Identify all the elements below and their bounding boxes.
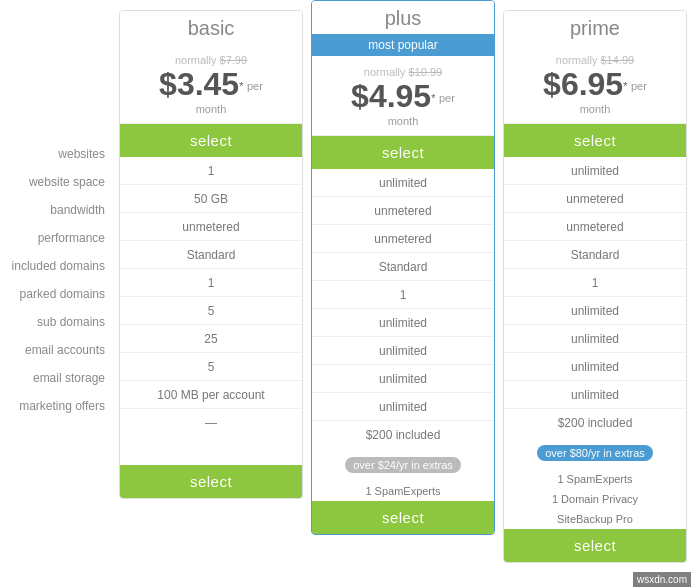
label-marketing-offers: marketing offers <box>0 392 115 420</box>
plan-basic: basic normally $7.99 $3.45* per month se… <box>119 10 303 499</box>
prime-performance: Standard <box>504 241 686 269</box>
label-email-storage: email storage <box>0 364 115 392</box>
plus-sub-domains: unlimited <box>312 337 494 365</box>
basic-month: month <box>120 103 302 115</box>
basic-email-storage: 100 MB per account <box>120 381 302 409</box>
prime-per: per <box>631 80 647 92</box>
prime-email-accounts: unlimited <box>504 353 686 381</box>
prime-month: month <box>504 103 686 115</box>
plus-per: per <box>439 92 455 104</box>
pricing-table: websites website space bandwidth perform… <box>0 0 691 563</box>
basic-price-suffix: * <box>239 80 243 92</box>
labels-column: websites website space bandwidth perform… <box>0 10 115 420</box>
prime-extras-badge: over $80/yr in extras <box>537 445 653 461</box>
basic-website-space: 50 GB <box>120 185 302 213</box>
prime-sub-domains: unlimited <box>504 325 686 353</box>
plus-email-accounts: unlimited <box>312 365 494 393</box>
plus-plan-title: plus <box>312 1 494 34</box>
plus-data: unlimited unmetered unmetered Standard 1… <box>312 169 494 449</box>
prime-normally: normally $14.99 <box>504 54 686 66</box>
plus-parked-domains: unlimited <box>312 309 494 337</box>
prime-parked-domains: unlimited <box>504 297 686 325</box>
basic-price-box: normally $7.99 $3.45* per month <box>120 44 302 124</box>
plus-email-storage: unlimited <box>312 393 494 421</box>
prime-websites: unlimited <box>504 157 686 185</box>
plan-prime: prime normally $14.99 $6.95* per month s… <box>503 10 687 563</box>
plus-extra-1: 1 SpamExperts <box>312 481 494 501</box>
label-parked-domains: parked domains <box>0 280 115 308</box>
plus-bandwidth: unmetered <box>312 225 494 253</box>
plus-price: $4.95 <box>351 78 431 114</box>
plus-select-bottom[interactable]: select <box>312 501 494 534</box>
plus-price-box: normally $10.99 $4.95* per month <box>312 56 494 136</box>
plus-websites: unlimited <box>312 169 494 197</box>
label-bandwidth: bandwidth <box>0 196 115 224</box>
basic-data: 1 50 GB unmetered Standard 1 5 25 5 100 … <box>120 157 302 437</box>
basic-included-domains: 1 <box>120 269 302 297</box>
label-included-domains: included domains <box>0 252 115 280</box>
prime-bandwidth: unmetered <box>504 213 686 241</box>
basic-select-top[interactable]: select <box>120 124 302 157</box>
label-sub-domains: sub domains <box>0 308 115 336</box>
prime-marketing: $200 included <box>504 409 686 437</box>
basic-plan-title: basic <box>120 11 302 44</box>
plus-extras-badge: over $24/yr in extras <box>345 457 461 473</box>
basic-email-accounts: 5 <box>120 353 302 381</box>
basic-marketing: — <box>120 409 302 437</box>
basic-bandwidth: unmetered <box>120 213 302 241</box>
prime-price-suffix: * <box>623 80 627 92</box>
basic-websites: 1 <box>120 157 302 185</box>
basic-sub-domains: 25 <box>120 325 302 353</box>
prime-price-box: normally $14.99 $6.95* per month <box>504 44 686 124</box>
prime-extra-3: SiteBackup Pro <box>504 509 686 529</box>
plus-price-suffix: * <box>431 92 435 104</box>
basic-select-bottom[interactable]: select <box>120 465 302 498</box>
prime-select-top[interactable]: select <box>504 124 686 157</box>
plus-select-top[interactable]: select <box>312 136 494 169</box>
prime-extra-2: 1 Domain Privacy <box>504 489 686 509</box>
label-website-space: website space <box>0 168 115 196</box>
basic-per: per <box>247 80 263 92</box>
basic-normally: normally $7.99 <box>120 54 302 66</box>
basic-parked-domains: 5 <box>120 297 302 325</box>
basic-performance: Standard <box>120 241 302 269</box>
plus-included-domains: 1 <box>312 281 494 309</box>
prime-email-storage: unlimited <box>504 381 686 409</box>
label-websites: websites <box>0 140 115 168</box>
basic-price: $3.45 <box>159 66 239 102</box>
prime-data: unlimited unmetered unmetered Standard 1… <box>504 157 686 437</box>
prime-price: $6.95 <box>543 66 623 102</box>
plus-month: month <box>312 115 494 127</box>
prime-plan-title: prime <box>504 11 686 44</box>
plan-plus: plus most popular normally $10.99 $4.95*… <box>311 0 495 535</box>
prime-extra-1: 1 SpamExperts <box>504 469 686 489</box>
prime-included-domains: 1 <box>504 269 686 297</box>
most-popular-badge: most popular <box>312 34 494 56</box>
label-performance: performance <box>0 224 115 252</box>
plus-normally: normally $10.99 <box>312 66 494 78</box>
prime-select-bottom[interactable]: select <box>504 529 686 562</box>
plus-marketing: $200 included <box>312 421 494 449</box>
prime-website-space: unmetered <box>504 185 686 213</box>
plus-website-space: unmetered <box>312 197 494 225</box>
plus-performance: Standard <box>312 253 494 281</box>
wsxdn-watermark: wsxdn.com <box>633 572 691 587</box>
label-email-accounts: email accounts <box>0 336 115 364</box>
